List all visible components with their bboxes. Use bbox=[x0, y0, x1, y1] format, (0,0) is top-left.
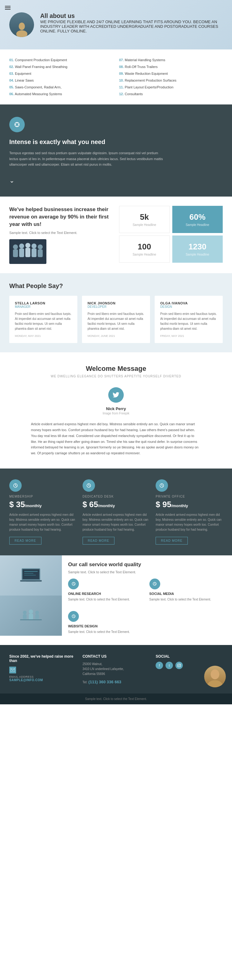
testimonials-section: What People Say? STELLA LARSON MANAGER P… bbox=[0, 273, 232, 352]
svg-point-28 bbox=[35, 611, 39, 614]
svg-point-24 bbox=[23, 611, 27, 614]
stat-box: 5kSample Headline bbox=[119, 206, 170, 233]
stat-value: 100 bbox=[138, 242, 151, 251]
testimonials-grid: STELLA LARSON MANAGER Proin sed libero e… bbox=[9, 296, 223, 343]
stat-value: 60% bbox=[189, 212, 205, 222]
service-icon bbox=[68, 579, 79, 589]
pricing-card: DEDICATED DESK $ 65/monthly Article evid… bbox=[83, 479, 150, 544]
pricing-text: Article evident arrived express highest … bbox=[83, 512, 150, 532]
stats-grid: 5kSample Headline60%Sample Headline100Sa… bbox=[119, 206, 223, 263]
svg-rect-23 bbox=[24, 575, 36, 576]
list-item: 10. Replacement Production Surfaces bbox=[119, 78, 223, 83]
pricing-card: PRIVATE OFFICE $ 95/monthly Article evid… bbox=[155, 479, 223, 544]
list-item: 12. Consultants bbox=[119, 91, 223, 97]
avatar bbox=[9, 12, 34, 37]
read-more-button[interactable]: READ MORE bbox=[83, 537, 115, 544]
list-item: 06. Automated Measuring Systems bbox=[9, 91, 113, 97]
svg-rect-13 bbox=[38, 250, 43, 257]
list-section: 01. Component Production Equipment07. Ma… bbox=[0, 49, 232, 105]
footer-bottom: Sample text. Click to select the Text El… bbox=[0, 694, 232, 704]
pricing-icon bbox=[155, 479, 168, 492]
footer-bottom-text: Sample text. Click to select the Text El… bbox=[85, 697, 147, 701]
pricing-section: MEMBERSHIP $ 35/monthly Article evident … bbox=[0, 469, 232, 555]
service-item-text: Sample text. Click to select the Text El… bbox=[68, 630, 145, 634]
services-section: Our call service world quality Sample te… bbox=[0, 555, 232, 645]
svg-point-37 bbox=[180, 664, 181, 665]
list-item: 02. Wall Panel Framing and Sheathing bbox=[9, 64, 113, 70]
service-item-text: Sample text. Click to select the Text El… bbox=[68, 597, 145, 602]
footer-since-text: Since 2002, we've helped raise more than bbox=[9, 654, 77, 663]
service-item-title: ONLINE RESEARCH bbox=[68, 592, 145, 595]
svg-point-6 bbox=[19, 243, 24, 248]
welcome-message: Article evident arrived express highest … bbox=[31, 421, 201, 456]
facebook-icon[interactable]: f bbox=[155, 662, 163, 669]
pricing-price: $ 65/monthly bbox=[83, 500, 150, 509]
dark-heading: Intense is exactly what you need bbox=[9, 138, 223, 146]
footer: Since 2002, we've helped raise more than… bbox=[0, 645, 232, 694]
list-item: 01. Component Production Equipment bbox=[9, 57, 113, 63]
testimonial-card: OLGA IVANOVA DESIGN Proin sed libero eni… bbox=[155, 296, 223, 343]
footer-tel[interactable]: (111) 360 336 663 bbox=[88, 679, 121, 684]
testimonial-role: MANAGER bbox=[15, 305, 72, 309]
service-item-title: SOCIAL MEDIA bbox=[149, 592, 226, 595]
chevron-down-icon[interactable]: ⌄ bbox=[9, 177, 223, 184]
pricing-text: Article evident arrived express highest … bbox=[155, 512, 223, 532]
service-item: ONLINE RESEARCH Sample text. Click to se… bbox=[68, 579, 145, 606]
stat-label: Sample Headline bbox=[133, 253, 156, 256]
testimonial-text: Proin sed libero enim sed faucibus turpi… bbox=[88, 312, 144, 331]
footer-left: Since 2002, we've helped raise more than… bbox=[9, 654, 77, 684]
welcome-heading: Welcome Message bbox=[9, 365, 223, 373]
svg-point-0 bbox=[19, 22, 25, 30]
service-item-text: Sample text. Click to select the Text El… bbox=[149, 597, 226, 602]
twitter-social-icon[interactable]: t bbox=[165, 662, 173, 669]
footer-contact: CONTACT US 25000 Walnut, 3410 LN underli… bbox=[83, 654, 150, 684]
testimonial-card: NICK JHONSON DEVELOPER Proin sed libero … bbox=[82, 296, 150, 343]
footer-avatar bbox=[204, 666, 226, 687]
service-item: SOCIAL MEDIA Sample text. Click to selec… bbox=[149, 579, 226, 606]
pricing-text: Article evident arrived express highest … bbox=[9, 512, 77, 532]
welcome-person-name: Nick Perry bbox=[9, 406, 223, 411]
service-icon bbox=[149, 579, 160, 589]
list-item: 08. Roll-Off Truss Trailers bbox=[119, 64, 223, 70]
welcome-subtitle: WE DWELLING ELEGANCE DO SHUTTERS APPETIT… bbox=[9, 375, 223, 378]
testimonials-heading: What People Say? bbox=[9, 282, 223, 290]
stat-label: Sample Headline bbox=[186, 253, 209, 256]
dark-body: Tempus egestas sed sed risus pretium qua… bbox=[9, 150, 164, 167]
stats-left: We've helped businesses increase their r… bbox=[9, 206, 113, 264]
testimonial-role: DESIGN bbox=[160, 305, 217, 309]
team-image bbox=[9, 239, 46, 264]
testimonial-date: MONDAY, MAY 2021 bbox=[15, 334, 72, 337]
svg-rect-22 bbox=[24, 573, 34, 574]
stats-heading: We've helped businesses increase their r… bbox=[9, 206, 113, 228]
svg-point-12 bbox=[38, 245, 43, 250]
stats-section: We've helped businesses increase their r… bbox=[0, 197, 232, 273]
list-item: 11. Plant Layout Experts/Production bbox=[119, 84, 223, 90]
testimonial-date: MONDAY, JUNE 2021 bbox=[88, 334, 144, 337]
pricing-card: MEMBERSHIP $ 35/monthly Article evident … bbox=[9, 479, 77, 544]
svg-point-36 bbox=[179, 665, 180, 666]
footer-email[interactable]: SAMPLE@INFO.COM bbox=[9, 678, 77, 682]
list-item: 04. Linear Saws bbox=[9, 78, 113, 83]
testimonial-text: Proin sed libero enim sed faucibus turpi… bbox=[15, 312, 72, 331]
read-more-button[interactable]: READ MORE bbox=[9, 537, 42, 544]
hamburger-menu[interactable] bbox=[4, 4, 12, 12]
read-more-button[interactable]: READ MORE bbox=[155, 537, 188, 544]
stat-label: Sample Headline bbox=[133, 223, 156, 226]
testimonial-name: OLGA IVANOVA bbox=[160, 301, 217, 305]
stats-subtext: Sample text. Click to select the Text El… bbox=[9, 231, 113, 235]
testimonial-role: DEVELOPER bbox=[88, 305, 144, 309]
svg-rect-7 bbox=[19, 248, 24, 257]
footer-contact-title: CONTACT US bbox=[83, 654, 150, 659]
instagram-icon[interactable] bbox=[175, 662, 183, 669]
pricing-icon bbox=[83, 479, 95, 492]
twitter-icon bbox=[108, 387, 124, 403]
footer-social-title: SOCIAL bbox=[155, 654, 223, 659]
testimonial-text: Proin sed libero enim sed faucibus turpi… bbox=[160, 312, 217, 331]
list-item: 07. Material Handling Systems bbox=[119, 57, 223, 63]
svg-rect-18 bbox=[22, 569, 39, 579]
email-icon bbox=[9, 667, 16, 673]
stat-value: 1230 bbox=[189, 242, 206, 251]
services-heading: Our call service world quality bbox=[68, 562, 226, 568]
services-images bbox=[0, 555, 62, 645]
footer-tel-label: Tel: bbox=[83, 681, 88, 684]
